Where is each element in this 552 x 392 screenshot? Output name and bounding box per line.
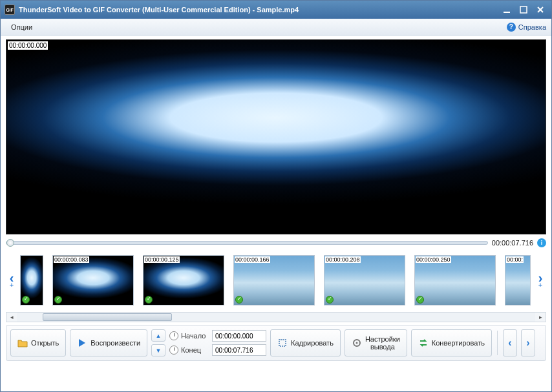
convert-icon <box>418 338 429 348</box>
thumb-image <box>505 256 530 305</box>
thumb-image <box>324 256 405 305</box>
scroll-left-button[interactable]: ◂ <box>6 313 17 322</box>
separator <box>497 331 498 355</box>
clock-icon <box>169 346 178 355</box>
titlebar: GIF ThunderSoft Video to GIF Converter (… <box>1 1 551 19</box>
output-settings-label: Настройкивывода <box>365 335 400 351</box>
check-icon <box>54 296 62 304</box>
check-icon <box>416 296 424 304</box>
thumb-timestamp: 00:00:00.208 <box>325 256 361 263</box>
help-icon: ? <box>507 23 516 32</box>
thumbnail[interactable]: 00:00:00.250 <box>414 255 496 305</box>
end-time-row: Конец 00:00:07.716 <box>169 344 266 356</box>
thumb-image <box>415 256 495 305</box>
thumb-image <box>234 256 314 305</box>
seek-track[interactable] <box>6 241 488 245</box>
close-button[interactable] <box>533 4 547 15</box>
crop-label: Кадрировать <box>291 339 334 347</box>
thumbnail[interactable]: 00:00:00.125 <box>143 255 224 305</box>
menu-help-label: Справка <box>518 23 546 31</box>
prev-button[interactable]: ‹ <box>503 329 517 356</box>
check-icon <box>326 296 334 304</box>
maximize-button[interactable] <box>516 4 531 15</box>
app-window: GIF ThunderSoft Video to GIF Converter (… <box>0 0 552 392</box>
thumb-timestamp: 00:00:00.083 <box>54 256 89 263</box>
minimize-button[interactable] <box>500 4 514 15</box>
seek-duration: 00:00:07.716 <box>492 239 533 247</box>
strip-next-button[interactable]: › + <box>535 254 546 306</box>
svg-marker-4 <box>79 339 85 347</box>
step-down-button[interactable]: ▼ <box>151 344 165 356</box>
chevron-right-icon: › <box>526 337 529 349</box>
thumb-image <box>143 256 224 305</box>
convert-button[interactable]: Конвертировать <box>411 329 492 356</box>
scroll-track[interactable] <box>17 313 535 322</box>
thumbnail[interactable]: 00:00:00.208 <box>324 255 405 305</box>
video-preview[interactable]: 00:00:00.000 <box>6 39 546 234</box>
play-icon <box>77 338 87 348</box>
next-button[interactable]: › <box>521 329 535 356</box>
scroll-right-button[interactable]: ▸ <box>535 313 546 322</box>
thumbnail[interactable] <box>20 255 43 305</box>
thumb-timestamp: 00:00:00.250 <box>416 256 451 263</box>
thumbnails: 00:00:00.083 00:00:00.125 00:00:00.166 0… <box>20 255 532 305</box>
play-button[interactable]: Воспроизвести <box>70 329 147 356</box>
preview-timestamp: 00:00:00.000 <box>8 41 48 50</box>
menu-help[interactable]: ? Справка <box>507 23 546 32</box>
svg-rect-0 <box>504 12 510 13</box>
plus-icon: + <box>10 281 14 289</box>
clock-icon <box>169 331 178 340</box>
plus-icon: + <box>538 281 542 289</box>
check-icon <box>235 296 243 304</box>
thumbnail[interactable]: 00:00: <box>505 255 531 305</box>
thumb-image <box>53 256 133 305</box>
thumb-timestamp: 00:00: <box>506 256 524 263</box>
window-controls <box>500 4 547 15</box>
check-icon <box>22 296 30 304</box>
chevron-left-icon: ‹ <box>508 337 511 349</box>
check-icon <box>145 296 153 304</box>
seek-thumb[interactable] <box>6 239 14 247</box>
info-icon[interactable]: i <box>537 238 546 247</box>
end-label: Конец <box>181 346 209 354</box>
svg-point-7 <box>356 342 357 344</box>
start-label: Начало <box>181 332 209 340</box>
thumb-timestamp: 00:00:00.125 <box>144 256 180 263</box>
crop-icon <box>277 338 288 348</box>
thumb-scrollbar[interactable]: ◂ ▸ <box>6 312 546 322</box>
thumbnail-strip: ‹ + 00:00:00.083 00:00:00.125 <box>6 251 546 309</box>
preview-frame <box>6 40 546 234</box>
thumbnail[interactable]: 00:00:00.166 <box>233 255 315 305</box>
chevron-up-icon: ▲ <box>156 333 162 339</box>
start-time-field[interactable]: 00:00:00.000 <box>212 330 266 342</box>
content-area: 00:00:00.000 00:00:07.716 i ‹ + 00:00:00 <box>1 36 551 391</box>
folder-open-icon <box>17 338 28 348</box>
thumb-timestamp: 00:00:00.166 <box>235 256 270 263</box>
strip-prev-button[interactable]: ‹ + <box>6 254 17 306</box>
open-label: Открыть <box>31 339 59 347</box>
menu-options[interactable]: Опции <box>6 21 37 33</box>
thumbnail[interactable]: 00:00:00.083 <box>52 255 134 305</box>
time-range-block: Начало 00:00:00.000 Конец 00:00:07.716 <box>169 329 266 356</box>
end-time-field[interactable]: 00:00:07.716 <box>212 344 266 356</box>
convert-label: Конвертировать <box>432 339 485 347</box>
menubar: Опции ? Справка <box>1 19 551 36</box>
play-label: Воспроизвести <box>90 339 140 347</box>
gear-icon <box>352 338 362 348</box>
output-settings-button[interactable]: Настройкивывода <box>345 329 407 356</box>
crop-button[interactable]: Кадрировать <box>270 329 341 356</box>
toolbar: Открыть Воспроизвести ▲ ▼ Начало <box>6 325 546 361</box>
svg-rect-5 <box>279 340 286 346</box>
open-button[interactable]: Открыть <box>10 329 66 356</box>
window-title: ThunderSoft Video to GIF Converter (Mult… <box>19 6 500 14</box>
start-time-row: Начало 00:00:00.000 <box>169 330 266 342</box>
chevron-down-icon: ▼ <box>156 347 162 354</box>
svg-rect-1 <box>520 6 527 13</box>
scroll-thumb[interactable] <box>43 313 172 321</box>
seek-bar-row: 00:00:07.716 i <box>6 237 546 249</box>
step-up-button[interactable]: ▲ <box>151 329 165 342</box>
app-icon: GIF <box>5 5 15 15</box>
